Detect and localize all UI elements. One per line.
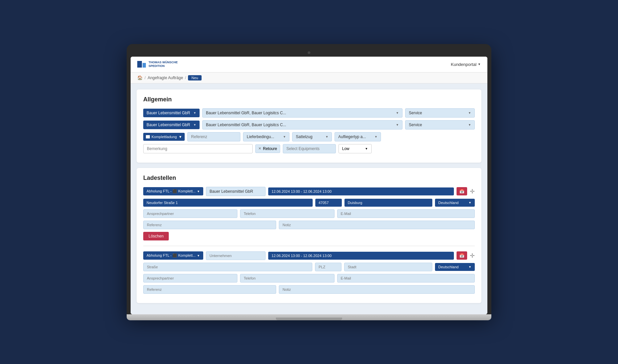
service2-select[interactable]: Service ▼ bbox=[405, 120, 475, 130]
stop2-country-select[interactable]: Deutschland ▼ bbox=[435, 263, 475, 271]
service1-select[interactable]: Service ▼ bbox=[405, 108, 475, 118]
stop2-row4 bbox=[143, 285, 475, 294]
allgemein-row1: Bauer Lebensmittel GbR ▼ Bauer Lebensmit… bbox=[143, 108, 475, 118]
stop2-ansprechpartner[interactable] bbox=[143, 274, 237, 283]
kundenportal-button[interactable]: Kundenportal bbox=[451, 62, 481, 67]
stop2-drag-handle[interactable]: ✛ bbox=[470, 252, 475, 259]
allgemein-row2: Bauer Lebensmittel GbR ▼ Bauer Lebensmit… bbox=[143, 120, 475, 130]
stop2-company[interactable] bbox=[206, 251, 266, 260]
box-icon bbox=[146, 135, 150, 138]
stop1-actions: Löschen bbox=[143, 232, 475, 240]
allgemein-card: Allgemein Bauer Lebensmittel GbR ▼ Bauer… bbox=[137, 89, 481, 163]
stop1-email[interactable] bbox=[337, 209, 475, 218]
stop2-row1: Abholung FTL - ⬛ Komplett... ▼ 12.06.202… bbox=[143, 251, 475, 260]
stop2-referenz[interactable] bbox=[143, 285, 276, 294]
allgemein-row4: ✕ Retoure Low ▼ bbox=[143, 144, 475, 153]
komplettladung-select[interactable]: Komplettladung ▼ bbox=[143, 133, 185, 141]
stop2-notiz[interactable] bbox=[279, 285, 475, 294]
home-icon[interactable]: 🏠 bbox=[137, 75, 143, 80]
logo: THOMAS WÜNSCHE SPEDITION bbox=[137, 61, 178, 68]
stop2: Abholung FTL - ⬛ Komplett... ▼ 12.06.202… bbox=[143, 251, 475, 294]
retoure-tag: ✕ Retoure bbox=[255, 144, 280, 153]
kontakt2-select[interactable]: Bauer Lebensmittel GbR, Bauer Logisitcs … bbox=[202, 120, 402, 130]
kunde2-select[interactable]: Bauer Lebensmittel GbR ▼ bbox=[143, 121, 200, 129]
stop1-row4 bbox=[143, 221, 475, 229]
stop1-row3 bbox=[143, 209, 475, 218]
stop1-referenz[interactable] bbox=[143, 221, 276, 229]
stop2-row2: Deutschland ▼ bbox=[143, 263, 475, 271]
stop1-type-select[interactable]: Abholung FTL - ⬛ Komplett... ▼ bbox=[143, 187, 203, 195]
stop2-datetime[interactable]: 12.06.2024 13:00 - 12.06.2024 13:00 bbox=[268, 252, 454, 260]
priority-select[interactable]: Low ▼ bbox=[339, 144, 372, 153]
referenz-input[interactable] bbox=[187, 132, 240, 141]
stop1-row2: Neudorfer Straße 1 47057 Duisburg Deutsc… bbox=[143, 199, 475, 207]
equipments-input[interactable] bbox=[283, 144, 336, 153]
stop2-calendar-button[interactable]: 📅 bbox=[457, 251, 467, 260]
kontakt1-select[interactable]: Bauer Lebensmittel GbR, Bauer Logisitcs … bbox=[202, 108, 402, 118]
stop1-row1: Abholung FTL - ⬛ Komplett... ▼ Bauer Leb… bbox=[143, 187, 475, 196]
stop2-city[interactable] bbox=[344, 263, 432, 271]
ladestellen-title: Ladestellen bbox=[143, 175, 475, 182]
aufliegertyp-select[interactable]: Aufliegertyp a... ▼ bbox=[335, 132, 381, 141]
logo-icon bbox=[137, 61, 146, 68]
breadcrumb: 🏠 / Angefragte Aufträge / Neu bbox=[131, 73, 487, 83]
logo-text: THOMAS WÜNSCHE SPEDITION bbox=[149, 61, 178, 68]
stop1-telefon[interactable] bbox=[240, 209, 334, 218]
stop1-street: Neudorfer Straße 1 bbox=[143, 199, 313, 207]
stop1-plz: 47057 bbox=[315, 199, 342, 207]
stop1-city: Duisburg bbox=[344, 199, 432, 207]
breadcrumb-neu-badge: Neu bbox=[188, 75, 201, 80]
breadcrumb-auftraege-link[interactable]: Angefragte Aufträge bbox=[148, 76, 183, 80]
stop2-street[interactable] bbox=[143, 263, 312, 271]
top-navigation: THOMAS WÜNSCHE SPEDITION Kundenportal bbox=[131, 57, 487, 73]
stop2-plz[interactable] bbox=[315, 263, 341, 271]
stop1: Abholung FTL - ⬛ Komplett... ▼ Bauer Leb… bbox=[143, 187, 475, 240]
stop1-drag-handle[interactable]: ✛ bbox=[470, 188, 475, 195]
lieferbedingung-select[interactable]: Lieferbedingu... ▼ bbox=[243, 132, 289, 141]
stop1-datetime[interactable]: 12.06.2024 13:00 - 12.06.2024 13:00 bbox=[268, 187, 454, 195]
stop1-delete-button[interactable]: Löschen bbox=[143, 232, 169, 240]
allgemein-title: Allgemein bbox=[143, 96, 475, 103]
allgemein-row3: Komplettladung ▼ Lieferbedingu... ▼ Satt… bbox=[143, 132, 475, 141]
stop1-country-select[interactable]: Deutschland ▼ bbox=[435, 199, 475, 207]
stop2-type-select[interactable]: Abholung FTL - ⬛ Komplett... ▼ bbox=[143, 251, 203, 260]
stop2-telefon[interactable] bbox=[240, 274, 334, 283]
stop2-email[interactable] bbox=[337, 274, 475, 283]
bemerkung-input[interactable] bbox=[143, 144, 253, 153]
sattelzug-select[interactable]: Sattelzug ▼ bbox=[292, 132, 332, 141]
retoure-remove-icon[interactable]: ✕ bbox=[258, 146, 261, 151]
stop1-calendar-button[interactable]: 📅 bbox=[457, 187, 467, 195]
stop1-notiz[interactable] bbox=[279, 221, 475, 229]
kunde1-select[interactable]: Bauer Lebensmittel GbR ▼ bbox=[143, 109, 200, 117]
ladestellen-card: Ladestellen Abholung FTL - ⬛ Komplett...… bbox=[137, 168, 481, 303]
stop2-row3 bbox=[143, 274, 475, 283]
stop1-company[interactable]: Bauer Lebensmittel GbR bbox=[206, 187, 266, 196]
page-content: Allgemein Bauer Lebensmittel GbR ▼ Bauer… bbox=[131, 83, 487, 314]
stop1-ansprechpartner[interactable] bbox=[143, 209, 237, 218]
